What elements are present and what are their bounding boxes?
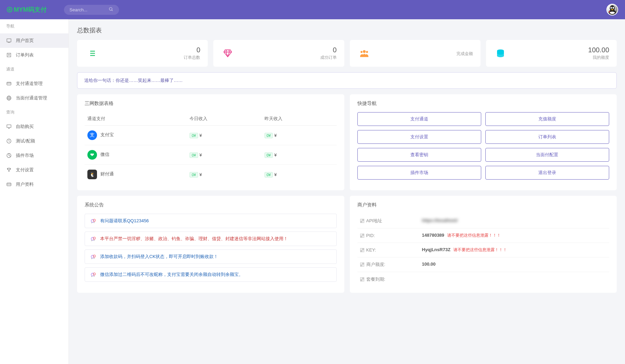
notice-icon — [90, 253, 97, 260]
sidebar-item-label: 测试/配额 — [16, 138, 35, 144]
notice-item[interactable]: 有问题请联系QQ123456 — [85, 214, 337, 228]
merchant-label: PID: — [360, 233, 422, 238]
quicknav-button[interactable]: 支付设置 — [357, 130, 481, 144]
sidebar-item[interactable]: 支付设置 — [0, 163, 68, 177]
notice-icon — [90, 271, 97, 278]
search-box[interactable] — [64, 5, 119, 15]
search-input[interactable] — [69, 7, 106, 12]
yesterday-value: ¥ — [274, 133, 277, 138]
stat-card: 100.00我的额度 — [486, 40, 617, 67]
merchant-value: HyqjLnsR73Z请不要把这些信息泄露！！！ — [422, 247, 507, 253]
svg-rect-10 — [7, 39, 11, 42]
quicknav-button[interactable]: 查看密钥 — [357, 148, 481, 162]
sidebar-item[interactable]: 插件市场 — [0, 148, 68, 163]
sidebar-group: 查询 — [0, 105, 68, 119]
warning-text: 请不要把这些信息泄露！！！ — [453, 247, 507, 252]
payment-table-title: 三网数据表格 — [85, 100, 337, 107]
grid-icon — [360, 248, 364, 252]
sidebar-item-label: 当面付通道管理 — [16, 95, 47, 101]
notice-text: 微信添加过二维码后不可改昵称，支付宝需要关闭余额自动转到余额宝。 — [100, 271, 243, 278]
quicknav-button[interactable]: 退出登录 — [485, 166, 609, 180]
quicknav-button[interactable]: 订单列表 — [485, 130, 609, 144]
stat-value: 100.00 — [588, 46, 609, 54]
notice-text: 添加收款码，并扫码登入CK状态，即可开启即时到账收款！ — [100, 254, 218, 260]
quicknav-button[interactable]: 插件市场 — [357, 166, 481, 180]
channel-name: 微信 — [100, 152, 109, 157]
sidebar-item-label: 订单列表 — [16, 52, 34, 58]
svg-line-1 — [112, 10, 113, 11]
merchant-label: API地址 — [360, 218, 422, 224]
quicknav-button[interactable]: 充值额度 — [485, 112, 609, 126]
quicknav-button[interactable]: 当面付配置 — [485, 148, 609, 162]
quicknav-grid: 支付通道充值额度支付设置订单列表查看密钥当面付配置插件市场退出登录 — [357, 112, 610, 180]
pie-icon — [6, 153, 12, 158]
notices-title: 系统公告 — [85, 202, 337, 208]
svg-point-8 — [611, 9, 613, 10]
notice-item[interactable]: 微信添加过二维码后不可改昵称，支付宝需要关闭余额自动转到余额宝。 — [85, 267, 337, 282]
svg-point-36 — [360, 51, 363, 53]
merchant-row: 商户额度:100.00 — [357, 257, 610, 272]
svg-point-5 — [613, 7, 614, 9]
today-badge: 0¥ — [190, 152, 198, 158]
merchant-label: 商户额度: — [360, 261, 422, 268]
notice-icon — [90, 217, 97, 224]
sidebar-item-label: 用户首页 — [16, 38, 34, 44]
grid-icon — [360, 263, 364, 267]
sidebar-item-label: 自助购买 — [16, 124, 34, 130]
grid-icon — [360, 277, 364, 281]
grid-icon — [360, 234, 364, 238]
today-badge: 0¥ — [190, 133, 198, 138]
svg-point-4 — [611, 7, 612, 9]
sidebar-item[interactable]: 用户资料 — [0, 177, 68, 192]
merchant-value: 148780389请不要把这些信息泄露！！！ — [422, 233, 501, 238]
notice-item[interactable]: 本平台严禁一切淫秽、涉赌、政治、钓鱼、诈骗、理财、借贷、封建迷信等非法网站接入使… — [85, 232, 337, 246]
channel-name: 财付通 — [100, 171, 114, 176]
merchant-label: KEY: — [360, 247, 422, 253]
payment-table-card: 三网数据表格 通道支付今日收入昨天收入 支支付宝0¥¥0¥¥❤微信0¥¥0¥¥🐧… — [77, 94, 344, 190]
sidebar-item[interactable]: 用户首页 — [0, 33, 68, 48]
yesterday-value: ¥ — [274, 152, 277, 158]
svg-point-6 — [611, 8, 612, 8]
quicknav-card: 快捷导航 支付通道充值额度支付设置订单列表查看密钥当面付配置插件市场退出登录 — [350, 94, 617, 190]
svg-rect-15 — [7, 82, 11, 85]
yesterday-badge: 0¥ — [265, 133, 273, 138]
logo: MYM码支付 — [7, 6, 47, 14]
sidebar-item-label: 支付设置 — [16, 167, 34, 173]
table-header: 今日收入 — [187, 112, 262, 126]
notices-card: 系统公告 有问题请联系QQ123456本平台严禁一切淫秽、涉赌、政治、钓鱼、诈骗… — [77, 196, 344, 293]
notice-icon — [90, 235, 97, 242]
svg-point-44 — [93, 255, 96, 257]
sidebar-item[interactable]: 测试/配额 — [0, 134, 68, 148]
sidebar-item[interactable]: 当面付通道管理 — [0, 91, 68, 105]
avatar[interactable] — [606, 4, 618, 15]
yesterday-badge: 0¥ — [265, 172, 273, 178]
monitor-icon — [6, 124, 12, 129]
sidebar-item[interactable]: 订单列表 — [0, 48, 68, 62]
search-icon[interactable] — [109, 7, 114, 13]
sidebar-item[interactable]: 自助购买 — [0, 119, 68, 134]
trophy-icon — [6, 167, 12, 173]
today-value: ¥ — [200, 133, 202, 138]
today-badge: 0¥ — [190, 172, 198, 178]
merchant-row: PID:148780389请不要把这些信息泄露！！！ — [357, 228, 610, 243]
stat-value: 0 — [320, 46, 337, 54]
merchant-row: 套餐到期: — [357, 272, 610, 287]
table-row: 🐧财付通0¥¥0¥¥ — [85, 165, 337, 184]
today-value: ¥ — [200, 172, 202, 177]
svg-point-37 — [366, 51, 368, 53]
yesterday-value: ¥ — [274, 172, 277, 177]
quicknav-button[interactable]: 支付通道 — [357, 112, 481, 126]
globe-icon — [6, 95, 12, 101]
stat-label: 成功订单 — [320, 55, 337, 61]
grid-icon — [360, 219, 364, 223]
sidebar-item-label: 支付通道管理 — [16, 81, 43, 87]
logo-text: MYM码支付 — [14, 6, 47, 14]
merchant-row: KEY:HyqjLnsR73Z请不要把这些信息泄露！！！ — [357, 243, 610, 257]
notice-item[interactable]: 添加收款码，并扫码登入CK状态，即可开启即时到账收款！ — [85, 249, 337, 264]
svg-point-40 — [93, 219, 96, 222]
merchant-label: 套餐到期: — [360, 276, 422, 282]
logo-icon — [7, 7, 12, 12]
sidebar-group: 通道 — [0, 62, 68, 76]
notice-text: 本平台严禁一切淫秽、涉赌、政治、钓鱼、诈骗、理财、借贷、封建迷信等非法网站接入使… — [100, 236, 288, 242]
sidebar-item[interactable]: 支付通道管理 — [0, 76, 68, 91]
